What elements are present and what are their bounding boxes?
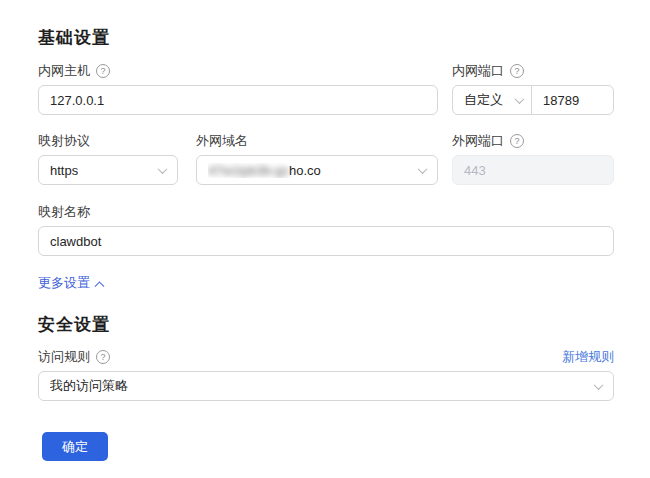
chevron-up-icon <box>95 281 105 291</box>
field-mapping-name: 映射名称 <box>38 204 614 256</box>
access-rule-label: 访问规则 <box>38 348 90 366</box>
section-title-basic: 基础设置 <box>38 28 614 48</box>
protocol-label: 映射协议 <box>38 132 90 150</box>
intranet-host-label: 内网主机 <box>38 62 90 80</box>
external-port-input <box>452 155 614 185</box>
more-settings-label: 更多设置 <box>38 274 90 292</box>
row-intranet: 内网主机 ? 内网端口 ? 自定义 <box>38 63 614 115</box>
add-rule-link[interactable]: 新增规则 <box>562 348 614 366</box>
field-intranet-host: 内网主机 ? <box>38 63 438 115</box>
mapping-name-label: 映射名称 <box>38 203 90 221</box>
intranet-port-mode-value: 自定义 <box>464 91 503 109</box>
intranet-port-mode-select[interactable]: 自定义 <box>452 85 532 115</box>
intranet-port-label: 内网端口 <box>452 62 504 80</box>
help-icon[interactable]: ? <box>510 134 524 148</box>
field-access-rule: 访问规则 ? 新增规则 我的访问策略 <box>38 349 614 401</box>
external-domain-select[interactable]: 47w1tpk3b-gsho.co <box>196 155 438 185</box>
mapping-name-input[interactable] <box>38 226 614 256</box>
mapping-settings-form: 基础设置 内网主机 ? 内网端口 ? 自定义 <box>0 0 650 478</box>
more-settings-link[interactable]: 更多设置 <box>38 274 103 292</box>
field-intranet-port: 内网端口 ? 自定义 <box>452 63 614 115</box>
chevron-down-icon <box>515 94 525 104</box>
external-domain-label: 外网域名 <box>196 132 248 150</box>
masked-domain-prefix: 47w1tpk3b-gs <box>208 163 289 178</box>
chevron-down-icon <box>418 164 428 174</box>
access-rule-select[interactable]: 我的访问策略 <box>38 371 614 401</box>
domain-suffix: ho.co <box>289 163 321 178</box>
help-icon[interactable]: ? <box>510 64 524 78</box>
external-domain-value: 47w1tpk3b-gsho.co <box>208 163 321 178</box>
intranet-host-input[interactable] <box>38 85 438 115</box>
field-external-domain: 外网域名 47w1tpk3b-gsho.co <box>196 133 438 185</box>
chevron-down-icon <box>594 380 604 390</box>
confirm-button[interactable]: 确定 <box>42 432 108 461</box>
external-port-label: 外网端口 <box>452 132 504 150</box>
protocol-value: https <box>50 163 78 178</box>
field-external-port: 外网端口 ? <box>452 133 614 185</box>
field-protocol: 映射协议 https <box>38 133 178 185</box>
intranet-port-input[interactable] <box>531 85 614 115</box>
help-icon[interactable]: ? <box>96 64 110 78</box>
row-external: 映射协议 https 外网域名 47w1tpk3b-gsho.co 外网端口 <box>38 133 614 185</box>
section-title-security: 安全设置 <box>38 315 614 335</box>
protocol-select[interactable]: https <box>38 155 178 185</box>
chevron-down-icon <box>158 164 168 174</box>
help-icon[interactable]: ? <box>96 350 110 364</box>
access-rule-value: 我的访问策略 <box>50 377 128 395</box>
